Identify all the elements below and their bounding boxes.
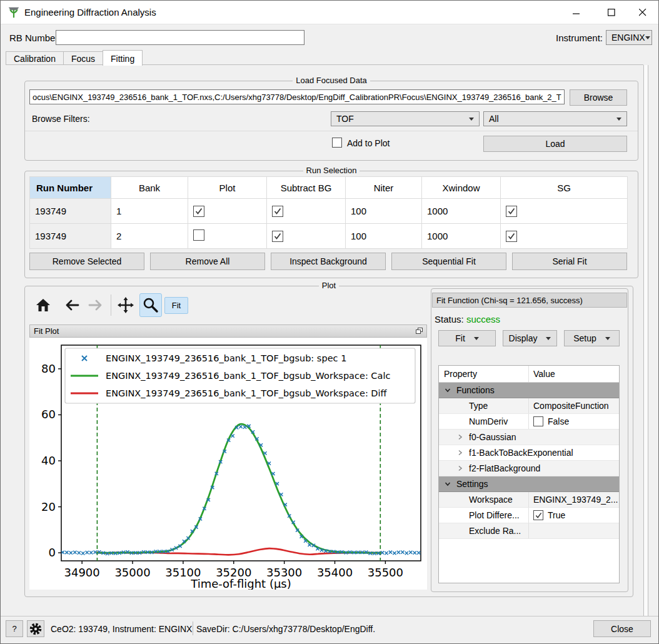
tab-bar: CalibrationFocusFitting [6, 50, 142, 65]
help-button[interactable]: ? [6, 620, 23, 637]
cell[interactable]: 100 [346, 199, 422, 224]
instrument-select[interactable]: ENGINX [606, 30, 652, 45]
close-button[interactable]: Close [593, 620, 651, 637]
rb-number-input[interactable] [56, 30, 304, 45]
add-to-plot-checkbox[interactable] [332, 138, 342, 148]
chevron-right-icon[interactable] [456, 433, 464, 441]
cell[interactable]: 1000 [422, 199, 501, 224]
plot-back-button[interactable] [61, 293, 83, 317]
column-header-sg[interactable]: SG [501, 177, 628, 199]
close-icon [639, 9, 646, 16]
cell-sg[interactable] [501, 199, 628, 224]
vertical-scrollbar[interactable] [643, 65, 648, 616]
tree-prop-type[interactable]: TypeCompositeFunction [439, 398, 619, 414]
tree-group-f2-flatbackground[interactable]: f2-FlatBackground [439, 461, 619, 476]
cell[interactable]: 193749 [30, 199, 111, 224]
cell[interactable]: 193749 [30, 224, 111, 249]
plot-checkbox[interactable] [193, 229, 204, 241]
cell[interactable]: 100 [346, 224, 422, 249]
magnifier-icon [142, 296, 159, 314]
fit-dropdown-buttons: FitDisplaySetup [438, 330, 620, 346]
sequential-fit-button[interactable]: Sequential Fit [391, 253, 506, 270]
chevron-down-icon[interactable] [444, 480, 451, 488]
column-header-plot[interactable]: Plot [188, 177, 267, 199]
run-selection-buttons: Remove SelectedRemove AllInspect Backgro… [29, 253, 627, 270]
column-header-xwindow[interactable]: Xwindow [422, 177, 501, 199]
cell[interactable]: 1000 [422, 224, 501, 249]
column-header-run-number[interactable]: Run Number [30, 177, 111, 199]
tree-group-f0-gaussian[interactable]: f0-Gaussian [439, 430, 619, 445]
setup-dropdown-button[interactable]: Setup [564, 330, 620, 346]
plot-checkbox[interactable] [193, 206, 204, 217]
plot-forward-button[interactable] [84, 293, 107, 317]
value-checkbox[interactable] [533, 416, 543, 426]
tree-group-f1-backtobackexponential[interactable]: f1-BackToBackExponential [439, 445, 619, 461]
minimize-button[interactable] [562, 1, 591, 24]
value-checkbox[interactable] [533, 510, 543, 520]
tree-header-row: PropertyValue [439, 366, 619, 383]
chevron-down-icon [645, 36, 650, 39]
plot-zoom-button[interactable] [139, 293, 162, 317]
cell[interactable]: 1 [111, 199, 188, 224]
tree-col-property[interactable]: Property [439, 369, 477, 379]
browse-button[interactable]: Browse [570, 89, 627, 106]
inspect-background-button[interactable]: Inspect Background [271, 253, 386, 270]
load-button[interactable]: Load [483, 136, 627, 152]
tab-focus[interactable]: Focus [63, 51, 103, 64]
cell-plot[interactable] [188, 224, 267, 249]
sg-checkbox[interactable] [506, 206, 517, 217]
column-header-subtract-bg[interactable]: Subtract BG [267, 177, 346, 199]
tree-section-functions[interactable]: Functions [439, 383, 619, 398]
cell-subtract-bg[interactable] [267, 224, 346, 249]
title-bar[interactable]: Engineering Diffraction Analysis [1, 1, 658, 24]
cell[interactable]: 2 [111, 224, 188, 249]
filter-unit-select[interactable]: TOF [331, 111, 480, 126]
filter-region-select[interactable]: All [483, 111, 627, 126]
float-dock-icon[interactable] [416, 328, 423, 335]
load-group-separator [25, 131, 638, 131]
tab-fitting[interactable]: Fitting [103, 50, 143, 66]
legend-label: ENGINX_193749_236516_bank_1_TOF_bgsub: s… [106, 353, 346, 363]
fit-plot-dock-titlebar[interactable]: Fit Plot [29, 325, 427, 338]
maximize-button[interactable] [597, 1, 626, 24]
tree-col-value[interactable]: Value [533, 369, 555, 379]
remove-all-button[interactable]: Remove All [150, 253, 265, 270]
plot-home-button[interactable] [32, 293, 54, 317]
close-window-button[interactable] [628, 1, 657, 24]
statusbar-savedir-info: SaveDir: C:/Users/xhg73778/Desktop/EngDi… [196, 624, 375, 634]
tree-prop-plot-differe-[interactable]: Plot Differe...True [439, 508, 619, 523]
column-header-bank[interactable]: Bank [111, 177, 188, 199]
tree-prop-numderiv[interactable]: NumDerivFalse [439, 414, 619, 430]
chevron-down-icon [474, 337, 479, 340]
chevron-right-icon[interactable] [456, 465, 464, 472]
cell-plot[interactable] [188, 199, 267, 224]
focused-data-path-input[interactable] [29, 89, 565, 104]
subtract-bg-checkbox[interactable] [272, 206, 283, 217]
tree-prop-workspace[interactable]: WorkspaceENGINX_193749_2... [439, 492, 619, 508]
sg-checkbox[interactable] [506, 231, 517, 242]
fit-plot-canvas[interactable]: 3490035000351003520035300354003550002040… [29, 338, 427, 590]
tree-section-settings[interactable]: Settings [439, 476, 619, 492]
tree-prop-exclude-ra-[interactable]: Exclude Ra... [439, 523, 619, 539]
column-header-niter[interactable]: Niter [346, 177, 422, 199]
settings-button[interactable] [27, 620, 44, 637]
plot-fit-toggle[interactable]: Fit [164, 297, 188, 314]
plot-pan-button[interactable] [114, 293, 137, 317]
tab-calibration[interactable]: Calibration [6, 51, 64, 64]
table-row[interactable]: 19374911001000 [30, 199, 628, 224]
cell-sg[interactable] [501, 224, 628, 249]
load-group-title: Load Focused Data [25, 76, 638, 85]
cell-subtract-bg[interactable] [267, 199, 346, 224]
subtract-bg-checkbox[interactable] [272, 231, 283, 242]
chevron-right-icon[interactable] [456, 449, 464, 456]
run-selection-title: Run Selection [25, 166, 638, 175]
display-dropdown-button[interactable]: Display [503, 330, 557, 346]
chevron-down-icon[interactable] [444, 386, 451, 394]
y-tick-label: 0 [49, 546, 56, 559]
legend: ENGINX_193749_236516_bank_1_TOF_bgsub: s… [65, 348, 415, 403]
remove-selected-button[interactable]: Remove Selected [29, 253, 144, 270]
table-row[interactable]: 19374921001000 [30, 224, 628, 249]
fit-dropdown-button[interactable]: Fit [438, 330, 496, 346]
serial-fit-button[interactable]: Serial Fit [512, 253, 627, 270]
toolbar-separator [111, 294, 111, 316]
